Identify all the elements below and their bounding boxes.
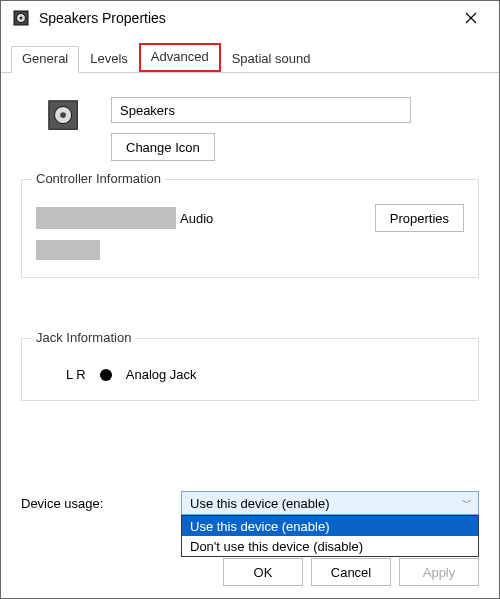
controller-information-group: Controller Information Audio Properties [21, 179, 479, 278]
controller-properties-button[interactable]: Properties [375, 204, 464, 232]
device-usage-combo[interactable]: Use this device (enable) ﹀ [181, 491, 479, 515]
device-usage-dropdown-list: Use this device (enable) Don't use this … [181, 515, 479, 557]
chevron-down-icon: ﹀ [462, 496, 472, 510]
device-usage-label: Device usage: [21, 496, 161, 511]
tab-advanced[interactable]: Advanced [139, 43, 221, 72]
speaker-device-icon [45, 97, 83, 135]
jack-row: L R Analog Jack [36, 363, 464, 386]
dialog-button-row: OK Cancel Apply [223, 558, 479, 586]
tab-levels[interactable]: Levels [79, 46, 139, 72]
tab-spatial-sound[interactable]: Spatial sound [221, 46, 322, 72]
device-name-input[interactable] [111, 97, 411, 123]
jack-channels: L R [66, 367, 86, 382]
controller-information-legend: Controller Information [32, 171, 165, 186]
device-usage-combo-wrap: Use this device (enable) ﹀ Use this devi… [181, 491, 479, 515]
svg-point-2 [20, 17, 23, 20]
svg-point-6 [60, 112, 66, 118]
apply-button[interactable]: Apply [399, 558, 479, 586]
device-usage-option-disable[interactable]: Don't use this device (disable) [182, 536, 478, 556]
jack-color-dot-icon [100, 369, 112, 381]
device-usage-row: Device usage: Use this device (enable) ﹀… [21, 491, 479, 515]
window-title: Speakers Properties [39, 10, 451, 26]
device-fields: Change Icon [111, 97, 479, 161]
device-header-row: Change Icon [45, 97, 479, 161]
device-usage-option-enable[interactable]: Use this device (enable) [182, 516, 478, 536]
tabstrip: General Levels Advanced Spatial sound [1, 45, 499, 73]
device-usage-selected: Use this device (enable) [190, 496, 329, 511]
jack-information-legend: Jack Information [32, 330, 135, 345]
jack-information-group: Jack Information L R Analog Jack [21, 338, 479, 401]
tab-panel-general: Change Icon Controller Information Audio… [1, 73, 499, 401]
tab-general[interactable]: General [11, 46, 79, 73]
change-icon-button[interactable]: Change Icon [111, 133, 215, 161]
cancel-button[interactable]: Cancel [311, 558, 391, 586]
controller-name-redacted [36, 207, 176, 229]
controller-name-suffix: Audio [180, 211, 213, 226]
speaker-app-icon [13, 10, 29, 26]
titlebar: Speakers Properties [1, 1, 499, 35]
ok-button[interactable]: OK [223, 558, 303, 586]
controller-vendor-redacted [36, 240, 100, 260]
jack-type: Analog Jack [126, 367, 197, 382]
close-button[interactable] [451, 3, 491, 33]
controller-row: Audio Properties [36, 204, 464, 232]
